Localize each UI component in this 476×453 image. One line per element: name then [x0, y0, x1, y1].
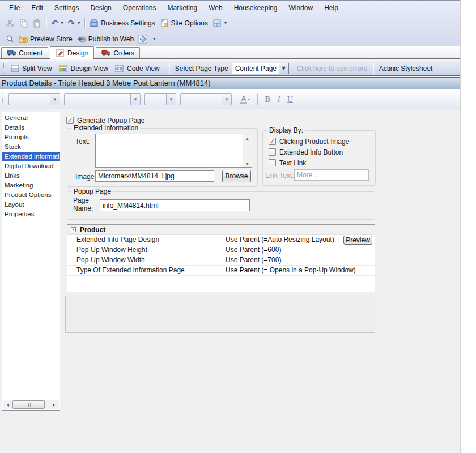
scroll-up-arrow[interactable]: ▲	[243, 134, 252, 142]
page-name-input[interactable]	[100, 199, 250, 211]
publish-to-web-button[interactable]: Publish to Web	[75, 33, 137, 45]
tab-orders-label: Orders	[113, 49, 134, 57]
orb-button[interactable]	[136, 33, 150, 45]
toolbar-separator	[46, 18, 46, 28]
chevron-down-icon[interactable]: ▼	[50, 94, 60, 105]
image-path-input[interactable]	[95, 170, 214, 182]
menu-settings[interactable]: Settings	[49, 2, 84, 14]
preview-store-folder-icon	[19, 35, 28, 44]
document-title-bar: Product Details - Triple Headed 3 Metre …	[0, 77, 460, 89]
paste-button	[30, 18, 44, 29]
property-value[interactable]: Use Parent (=600)	[222, 245, 375, 255]
collapse-icon[interactable]	[71, 227, 76, 232]
chevron-down-icon[interactable]: ▼	[222, 94, 231, 105]
bold-button: B	[262, 95, 273, 104]
sidebar-item[interactable]: Product Options	[2, 190, 60, 200]
chevron-down-icon[interactable]: ▼	[166, 94, 176, 105]
preview-page-button[interactable]	[3, 33, 16, 45]
property-name: Extended Info Page Design	[76, 235, 159, 245]
design-tab-icon	[56, 49, 65, 58]
sidebar-item[interactable]: Links	[2, 171, 60, 181]
display-by-group-title: Display By:	[267, 126, 305, 134]
paste-icon	[32, 19, 41, 28]
clicking-product-image-checkbox[interactable]: ✓	[269, 138, 276, 145]
generate-popup-checkbox[interactable]: ✓	[66, 117, 74, 124]
preview-button[interactable]: Preview	[343, 236, 372, 245]
css-class-combo[interactable]: ▼	[180, 93, 232, 105]
redo-dropdown-arrow[interactable]: ▾	[78, 20, 80, 25]
menu-marketing[interactable]: Marketing	[162, 2, 203, 14]
popup-page-group-title: Popup Page	[71, 187, 113, 195]
scrollbar-thumb[interactable]	[12, 400, 45, 409]
sidebar-item[interactable]: Properties	[2, 210, 60, 219]
site-options-icon	[160, 19, 169, 28]
page-type-combo[interactable]: Content Page ▼	[232, 63, 289, 74]
property-value[interactable]: Use Parent (= Opens in a Pop-Up Window)	[222, 266, 375, 275]
site-options-button[interactable]: Site Options	[158, 18, 210, 29]
sidebar-horizontal-scrollbar[interactable]: ◀ ▶	[3, 400, 59, 409]
undo-dropdown-arrow[interactable]: ▾	[61, 20, 63, 25]
redo-button[interactable]: ↷▾	[66, 18, 83, 28]
scroll-left-arrow[interactable]: ◀	[3, 400, 12, 409]
chevron-down-icon[interactable]: ▼	[130, 94, 140, 105]
property-group-header[interactable]: Product	[67, 225, 375, 235]
toolbar-grip[interactable]	[2, 93, 4, 106]
sidebar-item[interactable]: General	[2, 113, 60, 123]
menu-window[interactable]: Window	[283, 2, 318, 14]
business-settings-label: Business Settings	[101, 19, 155, 27]
split-view-button[interactable]: Split View	[7, 63, 55, 74]
sidebar-item[interactable]: Digital Download	[2, 161, 60, 171]
sidebar-item[interactable]: Details	[2, 123, 60, 133]
generate-popup-label: Generate Popup Page	[77, 117, 144, 125]
undo-button[interactable]: ↶▾	[49, 18, 66, 28]
tab-content[interactable]: Content	[1, 47, 48, 58]
publish-to-web-label: Publish to Web	[88, 35, 134, 43]
preview-store-label: Preview Store	[30, 35, 73, 43]
menu-web[interactable]: Web	[203, 2, 228, 14]
redo-icon: ↷	[68, 19, 75, 27]
page-type-dropdown-button[interactable]: ▼	[279, 63, 288, 74]
property-name: Pop-Up Window Height	[76, 245, 147, 255]
browse-button[interactable]: Browse	[222, 170, 251, 182]
sidebar-item[interactable]: Extended Information	[2, 152, 60, 161]
extended-info-text-box: ▲ ▼	[95, 134, 252, 168]
text-link-checkbox[interactable]: ✓	[269, 159, 276, 166]
business-settings-button[interactable]: Business Settings	[87, 18, 157, 29]
tab-design[interactable]: Design	[50, 46, 94, 59]
menu-edit[interactable]: Edit	[26, 2, 49, 14]
font-size-combo[interactable]: ▼	[144, 93, 176, 105]
design-view-button[interactable]: Design View	[55, 63, 111, 74]
sidebar-item[interactable]: Layout	[2, 200, 60, 210]
scroll-right-arrow[interactable]: ▶	[49, 400, 59, 409]
toolbar-grip[interactable]	[3, 63, 5, 74]
scroll-down-arrow[interactable]: ▼	[243, 159, 252, 167]
sidebar-item[interactable]: Prompts	[2, 133, 60, 142]
text-vertical-scrollbar[interactable]: ▲ ▼	[243, 134, 252, 167]
menu-file[interactable]: File	[3, 2, 26, 14]
extended-info-text-input[interactable]	[96, 134, 243, 167]
sidebar-item[interactable]: Marketing	[2, 181, 60, 190]
menu-design[interactable]: Design	[84, 2, 117, 14]
scrollbar-grip-icon	[27, 403, 31, 407]
app-window: File Edit Settings Design Operations Mar…	[0, 0, 461, 453]
layout-options-dropdown-arrow[interactable]: ▾	[224, 20, 227, 25]
italic-button: I	[273, 95, 284, 104]
tab-orders[interactable]: Orders	[96, 47, 140, 58]
menu-operations[interactable]: Operations	[117, 2, 162, 14]
font-family-combo[interactable]: ▼	[64, 93, 141, 105]
layout-options-button[interactable]: ▾	[210, 18, 229, 29]
extended-info-button-checkbox[interactable]: ✓	[269, 148, 276, 156]
stylesheet-label[interactable]: Actinic Stylesheet	[379, 65, 433, 72]
code-view-button[interactable]: <> Code View	[112, 63, 163, 74]
sidebar-item[interactable]: Stock	[2, 142, 60, 152]
scrollbar-track[interactable]	[45, 400, 49, 409]
menu-housekeeping[interactable]: Housekeeping	[228, 2, 283, 14]
orders-tab-icon	[101, 49, 110, 58]
property-row: Extended Info Page Design Use Parent (=A…	[67, 235, 375, 245]
paragraph-style-combo[interactable]: ▼	[8, 93, 60, 105]
preview-store-button[interactable]: Preview Store	[16, 33, 75, 45]
split-view-label: Split View	[22, 65, 52, 72]
toolbar-overflow-arrow[interactable]: ▾	[153, 36, 155, 41]
property-value[interactable]: Use Parent (=700)	[222, 255, 375, 265]
menu-help[interactable]: Help	[318, 2, 344, 14]
